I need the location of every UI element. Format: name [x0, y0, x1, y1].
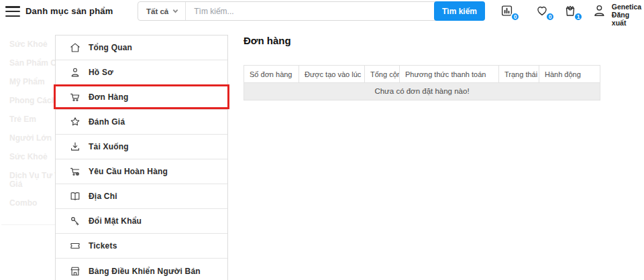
search-bar: Tất cả Tìm kiếm: [138, 1, 485, 21]
key-icon: [69, 215, 81, 227]
download-icon: [69, 141, 81, 153]
column-header: Số đơn hàng: [244, 66, 299, 83]
wishlist-count-badge: 0: [545, 12, 555, 21]
sidebar-item-overview[interactable]: Tổng Quan: [56, 36, 227, 60]
sidebar-item-profile[interactable]: Hồ Sơ: [56, 60, 227, 85]
home-icon: [69, 42, 81, 54]
cart-button[interactable]: 1: [563, 3, 579, 19]
user-icon: [69, 66, 81, 78]
chevron-down-icon: [172, 8, 178, 14]
cart-return-icon: [69, 165, 81, 178]
star-icon: [69, 116, 81, 128]
table-header-row: Số đơn hàngĐược tạo vào lúcTổng cộngPhươ…: [244, 66, 600, 83]
sidebar-item-label: Địa Chỉ: [89, 192, 117, 201]
page-title: Đơn hàng: [244, 35, 291, 46]
sidebar-item-tickets[interactable]: Tickets: [56, 234, 227, 259]
sidebar-item-label: Tải Xuống: [89, 142, 129, 151]
cart-count-badge: 1: [574, 12, 583, 21]
search-category-value: Tất cả: [146, 7, 168, 15]
sidebar-item-orders[interactable]: Đơn Hàng: [56, 85, 227, 110]
column-header: Tổng cộng: [365, 66, 400, 83]
catalog-toggle-label[interactable]: Danh mục sản phẩm: [25, 6, 113, 16]
sidebar-item-return-requests[interactable]: Yêu Cầu Hoàn Hàng: [56, 159, 227, 184]
wishlist-button[interactable]: 0: [535, 3, 551, 19]
search-category-select[interactable]: Tất cả: [138, 2, 186, 20]
sidebar-item-label: Đơn Hàng: [89, 92, 128, 102]
empty-state-message: Chưa có đơn đặt hàng nào!: [244, 83, 600, 100]
sidebar-item-change-password[interactable]: Đổi Mật Khẩu: [56, 209, 227, 234]
sidebar-item-downloads[interactable]: Tải Xuống: [56, 135, 227, 159]
sidebar-item-label: Yêu Cầu Hoàn Hàng: [89, 167, 168, 176]
orders-table: Số đơn hàngĐược tạo vào lúcTổng cộngPhươ…: [244, 65, 600, 100]
column-header: Hành động: [539, 66, 600, 83]
user-avatar-icon: [592, 3, 607, 19]
hamburger-menu-icon[interactable]: [5, 6, 20, 17]
table-empty-row: Chưa có đơn đặt hàng nào!: [244, 83, 600, 100]
logout-link[interactable]: Đăng xuất: [612, 11, 644, 27]
sidebar-item-label: Hồ Sơ: [89, 68, 113, 77]
sidebar-item-addresses[interactable]: Địa Chỉ: [56, 184, 227, 209]
sidebar-item-label: Bảng Điều Khiển Người Bán: [89, 267, 201, 276]
sidebar-item-label: Đổi Mật Khẩu: [89, 216, 142, 226]
store-icon: [69, 265, 81, 277]
cart-icon: [69, 91, 81, 103]
search-input[interactable]: [186, 2, 434, 20]
sidebar-item-reviews[interactable]: Đánh Giá: [56, 110, 227, 135]
page: Sức KhoẻSản Phẩm ChứMỹ PhẩmPhong Cách ST…: [0, 0, 644, 280]
compare-button[interactable]: 0: [500, 3, 516, 19]
column-header: Phương thức thanh toán: [400, 66, 499, 83]
sidebar-item-label: Đánh Giá: [89, 117, 125, 127]
account-menu[interactable]: Genetica Đăng xuất: [592, 3, 644, 27]
compare-count-badge: 0: [511, 12, 520, 21]
column-header: Được tạo vào lúc: [299, 66, 365, 83]
account-sidebar: Tổng QuanHồ SơĐơn HàngĐánh GiáTải XuốngY…: [55, 35, 228, 280]
column-header: Trạng thái: [499, 66, 539, 83]
sidebar-item-seller-dashboard[interactable]: Bảng Điều Khiển Người Bán: [56, 259, 227, 280]
account-name: Genetica: [612, 3, 644, 11]
sidebar-item-label: Tickets: [89, 241, 117, 251]
address-book-icon: [69, 190, 81, 202]
search-button[interactable]: Tìm kiếm: [434, 1, 485, 21]
ticket-icon: [69, 240, 81, 252]
top-bar: Danh mục sản phẩm Tất cả Tìm kiếm 001 Ge…: [0, 0, 644, 23]
sidebar-item-label: Tổng Quan: [89, 43, 132, 52]
